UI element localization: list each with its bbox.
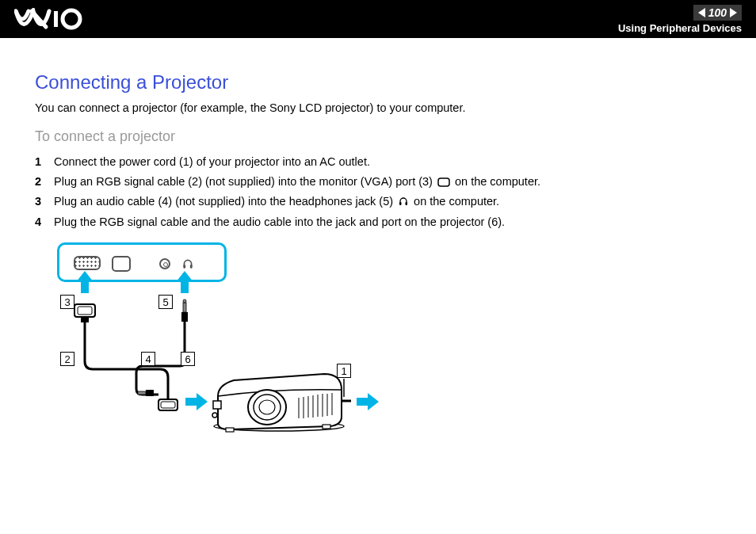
- svg-rect-0: [54, 11, 58, 27]
- svg-rect-16: [138, 391, 146, 395]
- svg-rect-15: [146, 390, 154, 396]
- callout-3: 3: [60, 295, 74, 309]
- callout-4: 4: [141, 352, 155, 366]
- page-number-box[interactable]: 100: [693, 5, 742, 21]
- step-1: Connect the power cord (1) of your proje…: [35, 153, 721, 171]
- step-4: Plug the RGB signal cable and the audio …: [35, 213, 721, 231]
- header-bar: 100 Using Peripheral Devices: [0, 0, 756, 38]
- section-name: Using Peripheral Devices: [618, 22, 742, 34]
- intro-text: You can connect a projector (for example…: [35, 101, 721, 114]
- page-title: Connecting a Projector: [35, 71, 721, 93]
- next-page-icon[interactable]: [730, 8, 737, 17]
- svg-rect-13: [183, 303, 186, 312]
- svg-rect-9: [81, 317, 89, 322]
- svg-rect-4: [406, 202, 408, 205]
- svg-rect-2: [438, 178, 449, 186]
- step-3: Plug an audio cable (4) (not supplied) i…: [35, 193, 721, 211]
- callout-2: 2: [60, 352, 74, 366]
- prev-page-icon[interactable]: [698, 8, 705, 17]
- svg-rect-30: [213, 401, 221, 409]
- arrow-icon: [357, 395, 379, 409]
- svg-rect-10: [158, 399, 178, 410]
- svg-point-1: [63, 10, 80, 28]
- page-content: Connecting a Projector You can connect a…: [0, 38, 756, 456]
- page-number: 100: [708, 6, 727, 19]
- svg-rect-3: [399, 202, 402, 205]
- headphones-icon: [398, 196, 409, 207]
- steps-list: Connect the power cord (1) of your proje…: [35, 153, 721, 231]
- svg-rect-12: [181, 312, 188, 322]
- arrow-icon: [185, 395, 208, 409]
- callout-1: 1: [337, 364, 351, 378]
- callout-5: 5: [158, 295, 173, 309]
- cables-svg: [57, 242, 398, 441]
- step-2: Plug an RGB signal cable (2) (not suppli…: [35, 173, 721, 191]
- svg-point-31: [212, 413, 217, 418]
- svg-point-14: [183, 299, 186, 303]
- monitor-port-icon: [437, 177, 450, 187]
- svg-rect-32: [226, 428, 234, 432]
- vaio-logo: [14, 8, 101, 30]
- svg-point-21: [259, 400, 275, 414]
- svg-rect-33: [323, 425, 330, 429]
- procedure-heading: To connect a projector: [35, 128, 721, 145]
- connection-diagram: 3 5 2 4 6 1: [57, 242, 398, 441]
- callout-6: 6: [181, 352, 195, 366]
